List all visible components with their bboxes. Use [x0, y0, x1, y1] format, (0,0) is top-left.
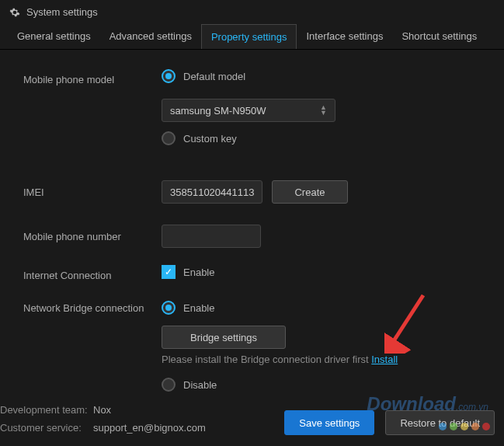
cs-value: support_en@bignox.com	[93, 422, 206, 434]
radio-default-model[interactable]	[162, 69, 176, 83]
label-model: Mobile phone model	[23, 74, 162, 85]
updown-icon: ▲▼	[320, 105, 327, 116]
gear-icon	[9, 7, 20, 18]
bridge-settings-button[interactable]: Bridge settings	[162, 326, 286, 349]
radio-default-model-label: Default model	[183, 71, 245, 82]
tab-property[interactable]: Property settings	[201, 24, 297, 49]
imei-input[interactable]: 358511020441113	[162, 180, 262, 204]
dev-team-label: Development team:	[0, 404, 93, 416]
dev-team-value: Nox	[93, 404, 111, 416]
imei-value: 358511020441113	[170, 186, 254, 198]
footer: Development team: Nox Customer service: …	[0, 393, 504, 446]
phone-number-input[interactable]	[162, 225, 261, 248]
bridge-hint: Please install the Bridge connection dri…	[162, 354, 481, 365]
tab-shortcut[interactable]: Shortcut settings	[392, 24, 486, 49]
tab-bar: General settings Advanced settings Prope…	[0, 24, 504, 50]
radio-bridge-enable-label: Enable	[183, 302, 214, 314]
tab-interface[interactable]: Interface settings	[297, 24, 392, 49]
label-internet: Internet Connection	[23, 270, 162, 281]
radio-custom-key[interactable]	[162, 131, 176, 145]
install-link[interactable]: Install	[371, 354, 398, 365]
window-title: System settings	[26, 6, 98, 18]
model-select[interactable]: samsung SM-N950W ▲▼	[162, 99, 335, 122]
model-select-value: samsung SM-N950W	[170, 105, 266, 117]
window-header: System settings	[0, 0, 504, 24]
radio-bridge-disable-label: Disable	[183, 379, 217, 391]
radio-bridge-enable[interactable]	[162, 301, 176, 315]
radio-custom-key-label: Custom key	[183, 133, 237, 145]
checkbox-internet-enable-label: Enable	[183, 267, 214, 278]
restore-default-button[interactable]: Restore to default	[385, 410, 495, 435]
label-bridge: Network Bridge connection	[23, 301, 162, 314]
checkbox-internet-enable[interactable]: ✓	[162, 265, 176, 279]
tab-general[interactable]: General settings	[8, 24, 100, 49]
save-settings-button[interactable]: Save settings	[284, 410, 374, 435]
content-area: Mobile phone model Default model samsung…	[0, 50, 504, 427]
radio-bridge-disable[interactable]	[162, 378, 176, 392]
label-imei: IMEI	[23, 186, 162, 198]
create-button[interactable]: Create	[272, 180, 348, 204]
label-phone-number: Mobile phone number	[23, 231, 162, 242]
cs-label: Customer service:	[0, 422, 93, 434]
tab-advanced[interactable]: Advanced settings	[100, 24, 201, 49]
